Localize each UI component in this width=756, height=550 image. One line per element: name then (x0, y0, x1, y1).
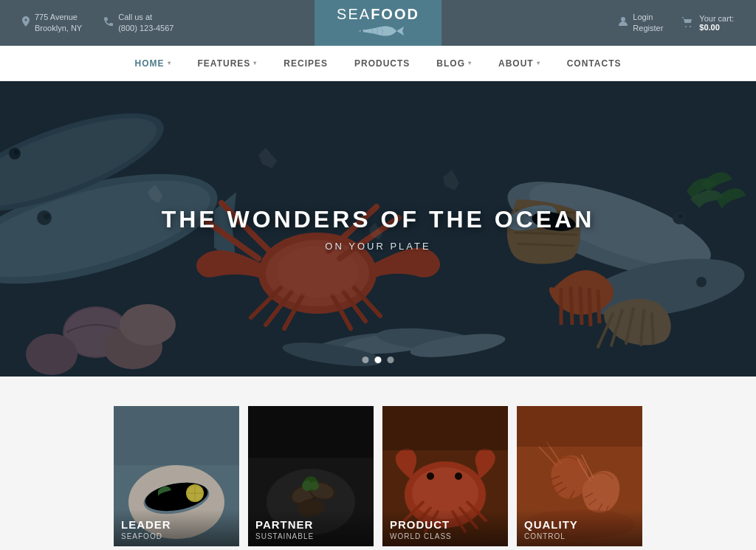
address-line1: 775 Avenue (35, 12, 82, 23)
svg-point-59 (427, 472, 434, 480)
card-partner-subtitle: Sustainable (255, 532, 366, 540)
address-info: 775 Avenue Brooklyn, NY (22, 12, 82, 35)
hero-dots (362, 357, 394, 363)
phone-number: (800) 123-4567 (118, 23, 173, 34)
nav-home[interactable]: HOME ▾ (122, 46, 185, 80)
card-product-subtitle: World Class (390, 532, 501, 540)
user-icon (619, 16, 628, 29)
nav-contacts[interactable]: CONTACTS (554, 46, 635, 80)
svg-rect-63 (517, 406, 642, 447)
main-nav: HOME ▾ FEATURES ▾ RECIPES PRODUCTS BLOG … (0, 46, 756, 81)
svg-rect-61 (382, 406, 508, 450)
svg-rect-55 (248, 406, 374, 458)
phone-info: Call us at (800) 123-4567 (104, 12, 173, 35)
phone-icon (104, 17, 113, 29)
svg-point-1 (621, 17, 625, 21)
hero-dot-3[interactable] (388, 357, 394, 363)
location-pin-icon (22, 16, 30, 30)
top-bar-right: Login Register Your cart: $0.00 (619, 12, 734, 35)
card-leader[interactable]: LEADER Seafood (114, 406, 239, 546)
svg-point-54 (310, 481, 319, 490)
chevron-down-icon: ▾ (168, 60, 171, 66)
chevron-down-icon: ▾ (468, 60, 472, 66)
address-line2: Brooklyn, NY (35, 23, 82, 34)
card-partner[interactable]: PARTNER Sustainable (248, 406, 374, 546)
nav-products[interactable]: PRODUCTS (341, 46, 423, 80)
chevron-down-icon: ▾ (537, 60, 540, 66)
card-leader-title: LEADER (121, 518, 232, 531)
card-quality-subtitle: Control (524, 532, 635, 540)
hero-dot-2[interactable] (375, 357, 382, 363)
svg-point-0 (361, 30, 363, 32)
nav-recipes[interactable]: RECIPES (270, 46, 341, 80)
cart-icon (681, 17, 693, 29)
register-link[interactable]: Register (633, 23, 663, 34)
phone-label: Call us at (118, 12, 173, 23)
card-product-title: PRODUCT (390, 518, 501, 531)
top-bar: 775 Avenue Brooklyn, NY Call us at (800)… (0, 0, 756, 46)
svg-point-60 (455, 472, 462, 480)
cart-amount: $0.00 (699, 23, 734, 32)
hero-title: THE WONDERS OF THE OCEAN (162, 206, 595, 233)
login-link[interactable]: Login (633, 12, 653, 23)
logo-sea: SEA (337, 6, 371, 23)
hero-dot-1[interactable] (362, 357, 369, 363)
card-leader-subtitle: Seafood (121, 532, 232, 540)
top-bar-left: 775 Avenue Brooklyn, NY Call us at (800)… (22, 12, 173, 35)
card-quality[interactable]: QUALITY Control (517, 406, 642, 546)
svg-rect-44 (114, 406, 239, 465)
hero-content: THE WONDERS OF THE OCEAN ON YOUR PLATE (0, 81, 756, 377)
nav-blog[interactable]: BLOG ▾ (423, 46, 485, 80)
logo[interactable]: SEAFOOD (315, 0, 441, 46)
card-quality-title: QUALITY (524, 518, 635, 531)
cart-info[interactable]: Your cart: $0.00 (681, 14, 734, 32)
card-partner-title: PARTNER (255, 518, 366, 531)
card-product[interactable]: PRODUCT World Class (382, 406, 508, 546)
cart-label: Your cart: (699, 14, 734, 23)
logo-food: FOOD (371, 6, 419, 23)
nav-features[interactable]: FEATURES ▾ (185, 46, 271, 80)
nav-about[interactable]: ABOUT ▾ (485, 46, 554, 80)
hero-subtitle: ON YOUR PLATE (325, 241, 430, 252)
chevron-down-icon: ▾ (253, 60, 257, 66)
hero-section: THE WONDERS OF THE OCEAN ON YOUR PLATE (0, 81, 756, 377)
cards-section: LEADER Seafood (0, 377, 756, 550)
